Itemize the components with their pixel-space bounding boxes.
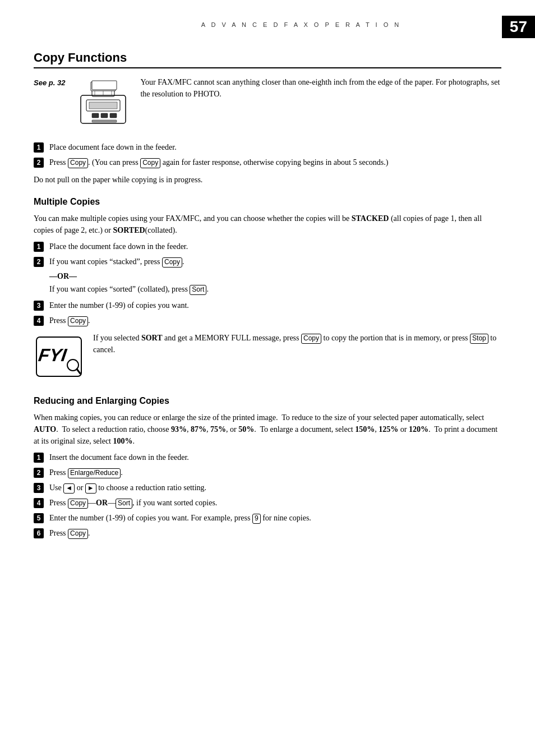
re-step-1: 1 Insert the document face down in the f… [34,451,501,463]
or-text: If you want copies “sorted” (collated), … [49,283,501,295]
re-step-number-4: 4 [34,498,44,508]
multiple-copies-intro: You can make multiple copies using your … [34,213,501,236]
svg-rect-4 [101,113,108,118]
re-step-number-2: 2 [34,468,44,478]
re-step-number-6: 6 [34,528,44,538]
fyi-image: FYI [34,334,84,379]
multiple-copies-steps-2: 3 Enter the number (1-99) of copies you … [34,299,501,326]
page-header: A D V A N C E D F A X O P E R A T I O N [112,21,490,28]
copy-key-fyi: Copy [301,334,321,344]
svg-rect-6 [92,120,117,122]
enlarge-reduce-key: Enlarge/Reduce [68,468,121,478]
copy-key-mc4: Copy [68,316,88,326]
copy-step-1: 1 Place document face down in the feeder… [34,141,501,153]
multiple-copies-title: Multiple Copies [34,197,501,207]
copy-key-stacked: Copy [162,257,182,268]
see-note: See p. 32 [34,77,65,89]
mc-step-number-2: 2 [34,257,44,267]
reducing-enlarging-title: Reducing and Enlarging Copies [34,396,501,406]
copy-step-1-text: Place document face down in the feeder. [49,141,501,153]
step-number-2: 2 [34,158,44,168]
reducing-enlarging-steps: 1 Insert the document face down in the f… [34,451,501,539]
fax-machine-image [75,79,131,129]
copy-step-2-text: Press Copy. (You can press Copy again fo… [49,156,501,168]
or-divider: —OR— [49,272,501,281]
copy-functions-section: Copy Functions See p. 32 [34,50,501,186]
mc-step-number-4: 4 [34,316,44,326]
re-step-number-1: 1 [34,453,44,463]
mc-step-4: 4 Press Copy. [34,315,501,326]
sort-key-inline: Sort [190,285,206,295]
multiple-copies-steps: 1 Place the document face down in the fe… [34,241,501,268]
svg-rect-12 [92,81,117,90]
mc-step-4-text: Press Copy. [49,315,501,326]
re-step-2-text: Press Enlarge/Reduce. [49,467,501,478]
re-step-6-text: Press Copy. [49,527,501,539]
fyi-note: If you selected SORT and get a MEMORY FU… [34,332,501,356]
step-number-1: 1 [34,142,44,153]
page-number: 57 [502,16,535,38]
multiple-copies-section: Multiple Copies You can make multiple co… [34,197,501,385]
mc-step-3-text: Enter the number (1-99) of copies you wa… [49,299,501,311]
re-step-number-3: 3 [34,483,44,493]
re-step-4-text: Press Copy—OR—Sort, if you want sorted c… [49,497,501,509]
copy-key-inline: Copy [68,158,88,168]
re-step-number-5: 5 [34,513,44,523]
re-step-3-text: Use ◄ or ► to choose a reduction ratio s… [49,482,501,494]
fyi-block: FYI If you selected SORT and get a MEMOR… [34,332,501,385]
svg-line-16 [77,369,80,374]
mc-step-3: 3 Enter the number (1-99) of copies you … [34,299,501,311]
copy-steps: 1 Place document face down in the feeder… [34,141,501,168]
mc-step-1-text: Place the document face down in the feed… [49,241,501,252]
copy-step-2: 2 Press Copy. (You can press Copy again … [34,156,501,168]
nine-key: 9 [252,514,261,524]
copy-intro-block: See p. 32 Your FAX/MFC cannot [34,76,501,135]
stop-key-fyi: Stop [470,334,488,344]
mc-step-number-3: 3 [34,301,44,311]
re-step-2: 2 Press Enlarge/Reduce. [34,467,501,478]
right-arrow-key: ► [85,483,96,494]
reducing-enlarging-section: Reducing and Enlarging Copies When makin… [34,396,501,539]
mc-step-2-text: If you want copies “stacked”, press Copy… [49,256,501,268]
copy-key-re4: Copy [68,499,88,509]
copy-note: Do not pull on the paper while copying i… [34,174,501,186]
sort-key-re4: Sort [116,499,132,509]
svg-rect-3 [92,113,99,118]
copy-key-re6: Copy [68,529,88,539]
svg-rect-2 [89,102,117,109]
reducing-enlarging-intro: When making copies, you can reduce or en… [34,412,501,447]
mc-step-number-1: 1 [34,242,44,252]
copy-functions-title: Copy Functions [34,50,501,68]
re-step-5-text: Enter the number (1-99) of copies you wa… [49,512,501,524]
re-step-6: 6 Press Copy. [34,527,501,539]
re-step-1-text: Insert the document face down in the fee… [49,451,501,463]
re-step-4: 4 Press Copy—OR—Sort, if you want sorted… [34,497,501,509]
svg-rect-5 [110,113,117,118]
re-step-3: 3 Use ◄ or ► to choose a reduction ratio… [34,482,501,494]
left-arrow-key: ◄ [63,483,75,494]
mc-step-2: 2 If you want copies “stacked”, press Co… [34,256,501,268]
copy-key-inline-2: Copy [140,158,160,168]
re-step-5: 5 Enter the number (1-99) of copies you … [34,512,501,524]
mc-step-1: 1 Place the document face down in the fe… [34,241,501,252]
svg-text:FYI: FYI [37,345,68,365]
